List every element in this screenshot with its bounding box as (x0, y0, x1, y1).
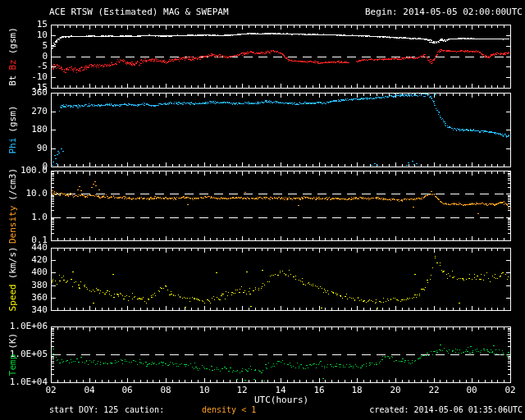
x-tick-label: 04 (77, 386, 102, 395)
x-tick-label: 06 (115, 386, 139, 395)
density-axis-label: Density(/cm3) (8, 165, 17, 245)
x-tick-label: 08 (153, 386, 178, 395)
axis-label-part: Bt (7, 75, 18, 85)
footer-caution-value: density < 1 (202, 405, 256, 415)
axis-label-part: Speed (7, 284, 18, 311)
speed-axis-label: Speed(km/s) (8, 244, 17, 314)
axis-label-part: (km/s) (7, 247, 18, 280)
x-tick-label: 02 (39, 386, 63, 395)
temp-axis-label: Temp(K) (8, 331, 17, 378)
page-title: ACE RTSW (Estimated) MAG & SWEPAM (49, 7, 229, 17)
axis-label-part: Density (7, 205, 18, 243)
chart-canvas (0, 0, 525, 420)
axis-label-part: Bz (7, 59, 18, 70)
mag-axis-label: BtBz(gsm) (8, 25, 17, 89)
footer-start-doy: start DOY: 125 (49, 405, 118, 415)
axis-label-part: Phi (7, 138, 18, 154)
axis-label-part: Temp (7, 354, 18, 377)
axis-label-part: (K) (7, 333, 18, 349)
axis-label-part: (/cm3) (7, 167, 18, 200)
x-tick-label: 12 (230, 386, 254, 395)
axis-label-part: (gsm) (7, 27, 18, 54)
x-tick-label: 18 (345, 386, 369, 395)
x-tick-label: 10 (192, 386, 217, 395)
x-tick-label: 16 (307, 386, 331, 395)
x-axis-title: UTC(hours) (254, 395, 308, 405)
ace-rtsw-plot: ACE RTSW (Estimated) MAG & SWEPAM Begin:… (0, 0, 525, 420)
phi-axis-label: Phi(gsm) (8, 103, 17, 157)
axis-label-part: (gsm) (7, 106, 18, 133)
footer-created-timestamp: created: 2014-05-06 01:35:06UTC (369, 405, 523, 415)
x-tick-label: 20 (383, 386, 408, 395)
footer-caution-label: caution: (125, 405, 164, 415)
begin-timestamp: Begin: 2014-05-05 02:00:00UTC (365, 7, 523, 17)
x-tick-label: 14 (268, 386, 293, 395)
x-tick-label: 22 (422, 386, 446, 395)
x-tick-label: 00 (459, 386, 484, 395)
x-tick-label: 02 (498, 386, 523, 395)
y-tick-label: 360 (0, 88, 48, 98)
